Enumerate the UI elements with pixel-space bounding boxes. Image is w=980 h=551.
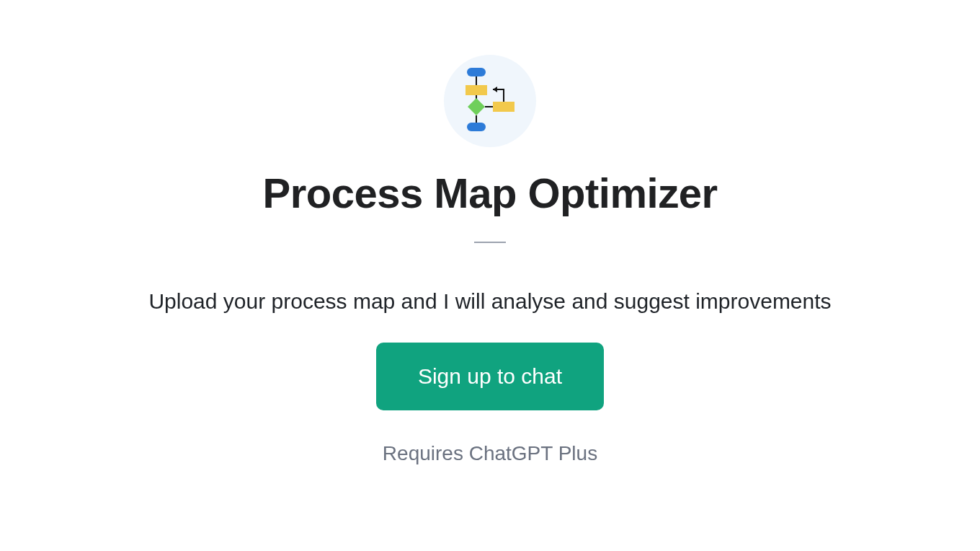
svg-rect-2 [466, 85, 487, 95]
svg-rect-6 [493, 102, 514, 112]
app-icon [444, 55, 536, 147]
signup-button[interactable]: Sign up to chat [376, 343, 604, 410]
svg-rect-9 [467, 123, 486, 131]
divider [474, 242, 506, 243]
svg-rect-0 [467, 68, 486, 76]
app-title: Process Map Optimizer [263, 169, 718, 217]
requires-text: Requires ChatGPT Plus [383, 442, 597, 465]
svg-marker-4 [468, 98, 485, 115]
flowchart-icon [461, 65, 519, 137]
svg-marker-7 [493, 87, 497, 92]
app-description: Upload your process map and I will analy… [148, 289, 831, 314]
